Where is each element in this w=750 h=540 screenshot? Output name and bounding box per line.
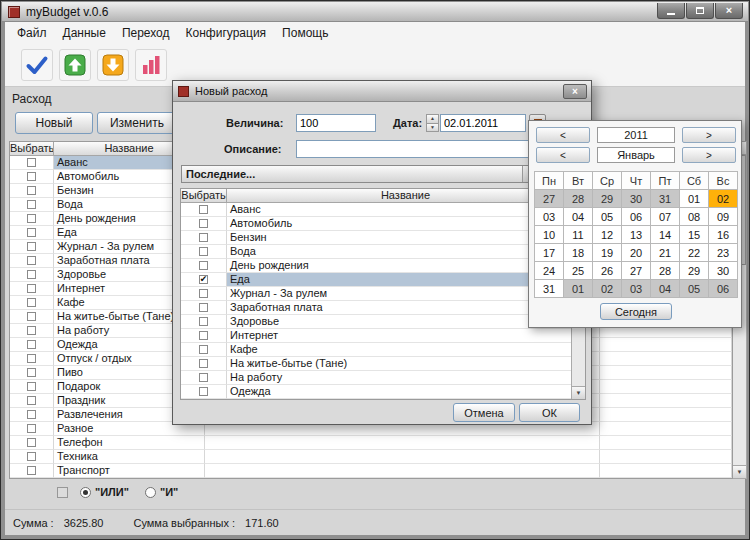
row-checkbox[interactable] bbox=[199, 387, 208, 396]
recent-combobox[interactable]: Последние... ▼ bbox=[181, 165, 539, 183]
row-select-cell[interactable] bbox=[10, 464, 54, 478]
calendar-day[interactable]: 03 bbox=[535, 208, 564, 226]
row-checkbox[interactable] bbox=[27, 410, 36, 419]
row-checkbox[interactable] bbox=[27, 256, 36, 265]
amount-input[interactable] bbox=[296, 114, 376, 132]
row-select-cell[interactable] bbox=[181, 343, 227, 357]
row-checkbox[interactable]: ✔ bbox=[199, 275, 208, 284]
row-select-cell[interactable] bbox=[10, 324, 54, 338]
row-select-cell[interactable] bbox=[10, 268, 54, 282]
calendar-day[interactable]: 31 bbox=[651, 190, 680, 208]
spinner-down-icon[interactable]: ▼ bbox=[426, 124, 439, 133]
row-select-cell[interactable] bbox=[10, 282, 54, 296]
row-select-cell[interactable] bbox=[10, 226, 54, 240]
calendar-day[interactable]: 25 bbox=[564, 262, 593, 280]
row-checkbox[interactable] bbox=[27, 354, 36, 363]
row-select-cell[interactable] bbox=[181, 231, 227, 245]
table-row[interactable]: Транспорт bbox=[10, 464, 732, 478]
date-input[interactable] bbox=[440, 114, 526, 132]
dialog-table-row[interactable]: Аванс bbox=[181, 203, 585, 217]
row-select-cell[interactable] bbox=[181, 357, 227, 371]
filter-and-radio[interactable] bbox=[145, 487, 156, 498]
calendar-day[interactable]: 01 bbox=[564, 280, 593, 298]
row-select-cell[interactable] bbox=[10, 450, 54, 464]
calendar-day[interactable]: 13 bbox=[622, 226, 651, 244]
row-checkbox[interactable] bbox=[199, 289, 208, 298]
calendar-day[interactable]: 06 bbox=[709, 280, 738, 298]
row-select-cell[interactable] bbox=[10, 352, 54, 366]
calendar-day[interactable]: 18 bbox=[564, 244, 593, 262]
calendar-day[interactable]: 07 bbox=[651, 208, 680, 226]
confirm-toolbar-button[interactable] bbox=[21, 49, 53, 81]
calendar-day[interactable]: 28 bbox=[564, 190, 593, 208]
calendar-day[interactable]: 11 bbox=[564, 226, 593, 244]
next-year-button[interactable]: > bbox=[682, 127, 736, 143]
dialog-table-row[interactable]: Автомобиль bbox=[181, 217, 585, 231]
row-checkbox[interactable] bbox=[27, 200, 36, 209]
row-name[interactable]: Транспорт bbox=[54, 464, 205, 478]
row-select-cell[interactable] bbox=[10, 240, 54, 254]
row-checkbox[interactable] bbox=[27, 452, 36, 461]
row-checkbox[interactable] bbox=[199, 373, 208, 382]
row-checkbox[interactable] bbox=[27, 242, 36, 251]
row-checkbox[interactable] bbox=[27, 270, 36, 279]
calendar-day[interactable]: 28 bbox=[651, 262, 680, 280]
row-checkbox[interactable] bbox=[199, 317, 208, 326]
row-name[interactable]: На работу bbox=[227, 371, 585, 385]
scroll-down-icon[interactable]: ▼ bbox=[572, 386, 585, 399]
calendar-day[interactable]: 27 bbox=[622, 262, 651, 280]
minimize-button[interactable] bbox=[657, 3, 685, 19]
calendar-day[interactable]: 14 bbox=[651, 226, 680, 244]
row-checkbox[interactable] bbox=[27, 298, 36, 307]
row-select-cell[interactable] bbox=[181, 287, 227, 301]
calendar-day[interactable]: 29 bbox=[680, 262, 709, 280]
dialog-table-row[interactable]: На житье-бытье (Тане) bbox=[181, 357, 585, 371]
row-checkbox[interactable] bbox=[199, 331, 208, 340]
row-select-cell[interactable] bbox=[10, 394, 54, 408]
row-checkbox[interactable] bbox=[27, 284, 36, 293]
row-checkbox[interactable] bbox=[27, 424, 36, 433]
calendar-day[interactable]: 29 bbox=[593, 190, 622, 208]
calendar-day[interactable]: 06 bbox=[622, 208, 651, 226]
calendar-day[interactable]: 03 bbox=[622, 280, 651, 298]
menu-item-configuration[interactable]: Конфигурация bbox=[178, 23, 275, 43]
ok-button[interactable]: ОК bbox=[519, 403, 580, 422]
calendar-day[interactable]: 20 bbox=[622, 244, 651, 262]
row-checkbox[interactable] bbox=[199, 205, 208, 214]
row-select-cell[interactable] bbox=[10, 254, 54, 268]
row-name[interactable]: Техника bbox=[54, 450, 205, 464]
today-button[interactable]: Сегодня bbox=[600, 303, 672, 320]
row-name[interactable]: Одежда bbox=[227, 385, 585, 399]
row-checkbox[interactable] bbox=[27, 158, 36, 167]
row-select-cell[interactable] bbox=[181, 203, 227, 217]
calendar-day[interactable]: 17 bbox=[535, 244, 564, 262]
row-select-cell[interactable] bbox=[10, 156, 54, 170]
row-select-cell[interactable] bbox=[10, 184, 54, 198]
row-select-cell[interactable] bbox=[181, 217, 227, 231]
row-name[interactable]: На житье-бытье (Тане) bbox=[227, 357, 585, 371]
select-column-header[interactable]: Выбрать bbox=[181, 189, 227, 203]
title-bar[interactable]: myBudget v.0.6 × bbox=[2, 2, 748, 22]
cancel-button[interactable]: Отмена bbox=[453, 403, 515, 422]
dialog-title-bar[interactable]: Новый расход × bbox=[173, 81, 591, 102]
row-checkbox[interactable] bbox=[199, 303, 208, 312]
dialog-table-row[interactable]: Заработная плата bbox=[181, 301, 585, 315]
row-checkbox[interactable] bbox=[27, 186, 36, 195]
row-checkbox[interactable] bbox=[27, 466, 36, 475]
table-row[interactable]: Техника bbox=[10, 450, 732, 464]
row-checkbox[interactable] bbox=[199, 233, 208, 242]
row-checkbox[interactable] bbox=[199, 359, 208, 368]
dialog-table-row[interactable]: Одежда bbox=[181, 385, 585, 399]
row-checkbox[interactable] bbox=[27, 326, 36, 335]
row-select-cell[interactable] bbox=[181, 329, 227, 343]
calendar-day[interactable]: 26 bbox=[593, 262, 622, 280]
row-checkbox[interactable] bbox=[27, 214, 36, 223]
calendar-day[interactable]: 04 bbox=[651, 280, 680, 298]
income-toolbar-button[interactable] bbox=[59, 49, 91, 81]
dialog-table-row[interactable]: Журнал - За рулем bbox=[181, 287, 585, 301]
dialog-table-row[interactable]: Бензин bbox=[181, 231, 585, 245]
calendar-day[interactable]: 21 bbox=[651, 244, 680, 262]
row-checkbox[interactable] bbox=[27, 438, 36, 447]
row-select-cell[interactable] bbox=[10, 310, 54, 324]
row-select-cell[interactable] bbox=[10, 338, 54, 352]
